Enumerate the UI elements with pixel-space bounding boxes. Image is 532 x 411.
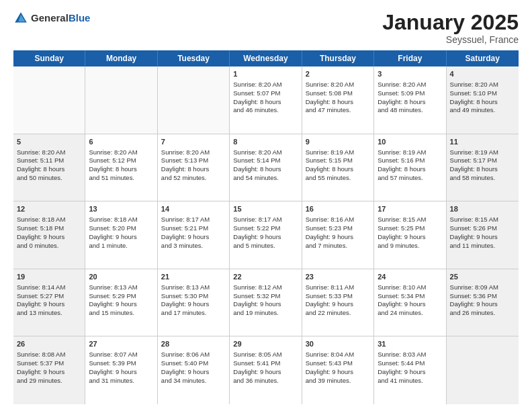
day-info: Sunrise: 8:17 AM Sunset: 5:22 PM Dayligh… [233, 216, 281, 248]
calendar-day-27: 27Sunrise: 8:07 AM Sunset: 5:39 PM Dayli… [85, 336, 157, 404]
day-number: 30 [306, 339, 370, 349]
day-number: 9 [306, 137, 370, 147]
day-number: 11 [450, 137, 515, 147]
day-number: 15 [233, 204, 298, 214]
day-number: 7 [161, 137, 226, 147]
day-number: 14 [161, 204, 226, 214]
calendar-day-empty [13, 66, 85, 134]
day-info: Sunrise: 8:13 AM Sunset: 5:29 PM Dayligh… [89, 283, 137, 316]
calendar-day-21: 21Sunrise: 8:13 AM Sunset: 5:30 PM Dayli… [158, 269, 230, 336]
day-number: 19 [17, 272, 81, 282]
weekday-header-saturday: Saturday [447, 50, 519, 66]
logo-general: GeneralBlue [31, 12, 90, 24]
calendar-day-31: 31Sunrise: 8:03 AM Sunset: 5:44 PM Dayli… [374, 336, 446, 404]
day-info: Sunrise: 8:03 AM Sunset: 5:44 PM Dayligh… [378, 351, 426, 383]
calendar-day-17: 17Sunrise: 8:15 AM Sunset: 5:25 PM Dayli… [374, 201, 446, 269]
day-number: 20 [89, 272, 153, 282]
day-number: 31 [378, 339, 442, 349]
day-number: 16 [306, 204, 370, 214]
day-info: Sunrise: 8:10 AM Sunset: 5:34 PM Dayligh… [378, 283, 426, 316]
day-info: Sunrise: 8:20 AM Sunset: 5:09 PM Dayligh… [378, 81, 426, 113]
day-number: 29 [233, 339, 298, 349]
calendar-day-22: 22Sunrise: 8:12 AM Sunset: 5:32 PM Dayli… [230, 269, 302, 336]
day-number: 26 [17, 339, 81, 349]
calendar-day-4: 4Sunrise: 8:20 AM Sunset: 5:10 PM Daylig… [447, 66, 519, 134]
calendar-header: SundayMondayTuesdayWednesdayThursdayFrid… [13, 50, 519, 66]
day-number: 24 [378, 272, 442, 282]
calendar-day-18: 18Sunrise: 8:15 AM Sunset: 5:26 PM Dayli… [447, 201, 519, 269]
day-info: Sunrise: 8:20 AM Sunset: 5:08 PM Dayligh… [306, 81, 354, 113]
calendar-day-15: 15Sunrise: 8:17 AM Sunset: 5:22 PM Dayli… [230, 201, 302, 269]
calendar-body: 1Sunrise: 8:20 AM Sunset: 5:07 PM Daylig… [13, 66, 519, 404]
weekday-header-tuesday: Tuesday [158, 50, 230, 66]
calendar-day-2: 2Sunrise: 8:20 AM Sunset: 5:08 PM Daylig… [302, 66, 374, 134]
calendar-day-6: 6Sunrise: 8:20 AM Sunset: 5:12 PM Daylig… [85, 134, 157, 201]
weekday-header-thursday: Thursday [302, 50, 374, 66]
location: Seyssuel, France [382, 34, 519, 45]
calendar-day-28: 28Sunrise: 8:06 AM Sunset: 5:40 PM Dayli… [158, 336, 230, 404]
day-number: 2 [306, 69, 370, 79]
calendar-day-5: 5Sunrise: 8:20 AM Sunset: 5:11 PM Daylig… [13, 134, 85, 201]
day-number: 28 [161, 339, 226, 349]
calendar-day-11: 11Sunrise: 8:19 AM Sunset: 5:17 PM Dayli… [447, 134, 519, 201]
day-info: Sunrise: 8:05 AM Sunset: 5:41 PM Dayligh… [233, 351, 281, 383]
day-info: Sunrise: 8:20 AM Sunset: 5:11 PM Dayligh… [17, 148, 65, 181]
calendar: SundayMondayTuesdayWednesdayThursdayFrid… [13, 50, 519, 404]
day-info: Sunrise: 8:18 AM Sunset: 5:20 PM Dayligh… [89, 216, 137, 248]
calendar-day-20: 20Sunrise: 8:13 AM Sunset: 5:29 PM Dayli… [85, 269, 157, 336]
day-info: Sunrise: 8:12 AM Sunset: 5:32 PM Dayligh… [233, 283, 281, 316]
day-info: Sunrise: 8:11 AM Sunset: 5:33 PM Dayligh… [306, 283, 354, 316]
calendar-row: 1Sunrise: 8:20 AM Sunset: 5:07 PM Daylig… [13, 66, 519, 134]
calendar-day-8: 8Sunrise: 8:20 AM Sunset: 5:14 PM Daylig… [230, 134, 302, 201]
day-number: 12 [17, 204, 81, 214]
day-info: Sunrise: 8:19 AM Sunset: 5:15 PM Dayligh… [306, 148, 354, 181]
day-info: Sunrise: 8:20 AM Sunset: 5:12 PM Dayligh… [89, 148, 137, 181]
calendar-day-1: 1Sunrise: 8:20 AM Sunset: 5:07 PM Daylig… [230, 66, 302, 134]
calendar-day-26: 26Sunrise: 8:08 AM Sunset: 5:37 PM Dayli… [13, 336, 85, 404]
day-info: Sunrise: 8:18 AM Sunset: 5:18 PM Dayligh… [17, 216, 65, 248]
calendar-day-24: 24Sunrise: 8:10 AM Sunset: 5:34 PM Dayli… [374, 269, 446, 336]
title-block: January 2025 Seyssuel, France [382, 11, 519, 45]
day-number: 13 [89, 204, 153, 214]
calendar-day-16: 16Sunrise: 8:16 AM Sunset: 5:23 PM Dayli… [302, 201, 374, 269]
day-info: Sunrise: 8:17 AM Sunset: 5:21 PM Dayligh… [161, 216, 210, 248]
calendar-day-14: 14Sunrise: 8:17 AM Sunset: 5:21 PM Dayli… [158, 201, 230, 269]
calendar-row: 5Sunrise: 8:20 AM Sunset: 5:11 PM Daylig… [13, 134, 519, 202]
day-info: Sunrise: 8:16 AM Sunset: 5:23 PM Dayligh… [306, 216, 354, 248]
day-info: Sunrise: 8:07 AM Sunset: 5:39 PM Dayligh… [89, 351, 137, 383]
calendar-day-29: 29Sunrise: 8:05 AM Sunset: 5:41 PM Dayli… [230, 336, 302, 404]
day-info: Sunrise: 8:04 AM Sunset: 5:43 PM Dayligh… [306, 351, 354, 383]
day-number: 18 [450, 204, 515, 214]
calendar-day-3: 3Sunrise: 8:20 AM Sunset: 5:09 PM Daylig… [374, 66, 446, 134]
day-number: 23 [306, 272, 370, 282]
day-info: Sunrise: 8:19 AM Sunset: 5:16 PM Dayligh… [378, 148, 426, 181]
day-info: Sunrise: 8:15 AM Sunset: 5:26 PM Dayligh… [450, 216, 498, 248]
logo-icon [13, 11, 28, 26]
calendar-day-23: 23Sunrise: 8:11 AM Sunset: 5:33 PM Dayli… [302, 269, 374, 336]
weekday-header-sunday: Sunday [13, 50, 85, 66]
calendar-row: 26Sunrise: 8:08 AM Sunset: 5:37 PM Dayli… [13, 336, 519, 404]
day-info: Sunrise: 8:20 AM Sunset: 5:14 PM Dayligh… [233, 148, 281, 181]
day-number: 25 [450, 272, 515, 282]
day-info: Sunrise: 8:14 AM Sunset: 5:27 PM Dayligh… [17, 283, 65, 316]
day-number: 4 [450, 69, 515, 79]
day-info: Sunrise: 8:20 AM Sunset: 5:07 PM Dayligh… [233, 81, 281, 113]
calendar-day-empty [158, 66, 230, 134]
calendar-day-30: 30Sunrise: 8:04 AM Sunset: 5:43 PM Dayli… [302, 336, 374, 404]
day-number: 1 [233, 69, 298, 79]
day-number: 17 [378, 204, 442, 214]
day-number: 8 [233, 137, 298, 147]
calendar-day-12: 12Sunrise: 8:18 AM Sunset: 5:18 PM Dayli… [13, 201, 85, 269]
day-number: 6 [89, 137, 153, 147]
calendar-row: 12Sunrise: 8:18 AM Sunset: 5:18 PM Dayli… [13, 201, 519, 269]
day-info: Sunrise: 8:13 AM Sunset: 5:30 PM Dayligh… [161, 283, 210, 316]
day-number: 10 [378, 137, 442, 147]
logo: GeneralBlue [13, 11, 90, 26]
calendar-day-empty [447, 336, 519, 404]
page: GeneralBlue January 2025 Seyssuel, Franc… [0, 0, 532, 411]
calendar-day-13: 13Sunrise: 8:18 AM Sunset: 5:20 PM Dayli… [85, 201, 157, 269]
day-number: 27 [89, 339, 153, 349]
calendar-day-7: 7Sunrise: 8:20 AM Sunset: 5:13 PM Daylig… [158, 134, 230, 201]
weekday-header-friday: Friday [374, 50, 446, 66]
day-number: 3 [378, 69, 442, 79]
